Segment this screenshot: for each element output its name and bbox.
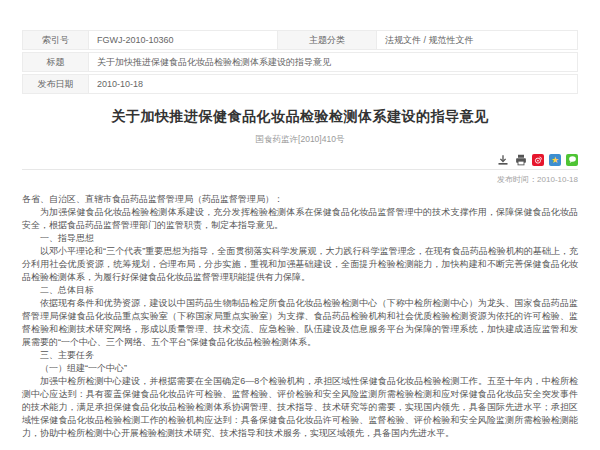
meta-value-topic-category: 法规文件 / 规范性文件 (377, 31, 577, 49)
paragraph-guiding-ideology: 以邓小平理论和“三个代表”重要思想为指导，全面贯彻落实科学发展观，大力践行科学监… (22, 245, 578, 284)
paragraph-main-task-1: 加强中检所检测中心建设，并根据需要在全国确定6—8个检验机构，承担区域性保健食品… (22, 375, 578, 440)
page-title: 关于加快推进保健食品化妆品检验检测体系建设的指导意见 (22, 108, 578, 126)
document-meta-table: 索引号 FGWJ-2010-10360 主题分类 法规文件 / 规范性文件 标题… (22, 30, 578, 94)
meta-label-title: 标题 (23, 53, 89, 71)
meta-value-title: 关于加快推进保健食品化妆品检验检测体系建设的指导意见 (89, 53, 577, 71)
qzone-share-icon[interactable]: ★ (549, 154, 561, 166)
meta-row-publish-date: 发布日期 2010-10-18 (22, 74, 578, 94)
meta-label-publish-date: 发布日期 (23, 75, 89, 93)
meta-row-title: 标题 关于加快推进保健食品化妆品检验检测体系建设的指导意见 (22, 52, 578, 72)
section-heading-3: 三、主要任务 (22, 349, 578, 362)
document-page: 索引号 FGWJ-2010-10360 主题分类 法规文件 / 规范性文件 标题… (22, 0, 578, 440)
download-icon[interactable] (496, 153, 509, 166)
paragraph-overall-goal: 依据现有条件和优势资源，建设以中国药品生物制品检定所食品化妆品检验检测中心（下称… (22, 297, 578, 349)
document-body: 各省、自治区、直辖市食品药品监督管理局（药品监督管理局）： 为加强保健食品化妆品… (22, 193, 578, 440)
print-icon[interactable] (514, 153, 527, 166)
paragraph-salutation: 各省、自治区、直辖市食品药品监督管理局（药品监督管理局）： (22, 193, 578, 206)
weibo-share-icon[interactable] (532, 154, 544, 166)
document-number: 国食药监许[2010]410号 (22, 134, 578, 146)
section-heading-1: 一、指导思想 (22, 232, 578, 245)
paragraph-intro: 为加强保健食品化妆品检验检测体系建设，充分发挥检验检测体系在保健食品化妆品监督管… (22, 206, 578, 232)
article-toolbar: ★ (22, 153, 578, 166)
title-divider (22, 169, 578, 170)
meta-row-index: 索引号 FGWJ-2010-10360 主题分类 法规文件 / 规范性文件 (22, 30, 578, 50)
publish-time: 发布时间：2010-10-18 (22, 174, 578, 185)
meta-value-index-number: FGWJ-2010-10360 (89, 31, 277, 49)
meta-value-publish-date: 2010-10-18 (89, 75, 577, 93)
section-heading-2: 二、总体目标 (22, 284, 578, 297)
wechat-share-icon[interactable] (566, 154, 578, 166)
subsection-heading-3-1: （一）组建“一个中心” (22, 362, 578, 375)
meta-label-index-number: 索引号 (23, 31, 89, 49)
meta-label-topic-category: 主题分类 (277, 31, 377, 49)
